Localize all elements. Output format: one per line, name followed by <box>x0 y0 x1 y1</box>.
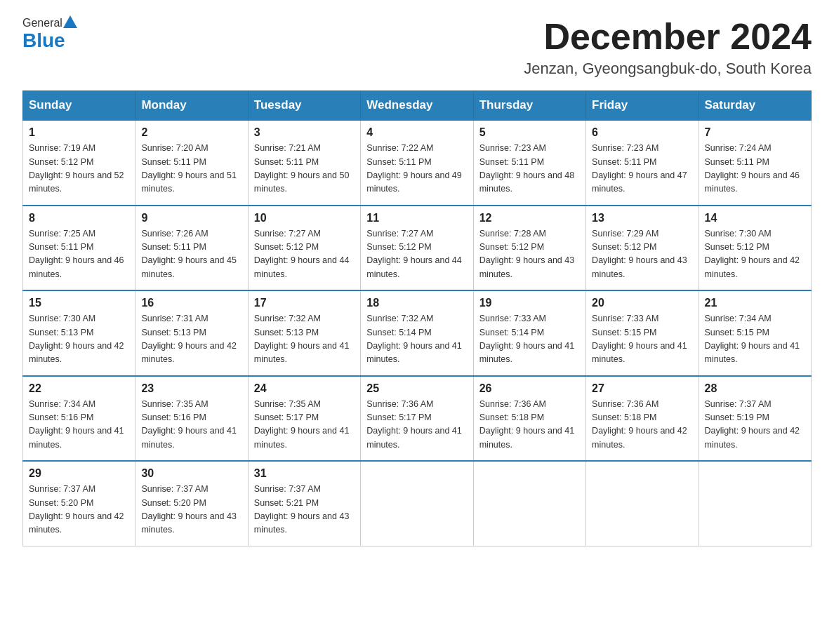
calendar-day-header: Sunday <box>23 91 135 121</box>
calendar-day-cell: 13 Sunrise: 7:29 AMSunset: 5:12 PMDaylig… <box>586 206 699 291</box>
calendar-day-cell: 25 Sunrise: 7:36 AMSunset: 5:17 PMDaylig… <box>361 376 473 462</box>
day-info: Sunrise: 7:36 AMSunset: 5:18 PMDaylight:… <box>592 399 687 450</box>
calendar-day-cell: 10 Sunrise: 7:27 AMSunset: 5:12 PMDaylig… <box>248 206 360 291</box>
calendar-day-cell: 30 Sunrise: 7:37 AMSunset: 5:20 PMDaylig… <box>135 461 248 546</box>
day-info: Sunrise: 7:30 AMSunset: 5:13 PMDaylight:… <box>29 314 124 364</box>
day-number: 9 <box>141 212 241 224</box>
calendar-day-cell: 24 Sunrise: 7:35 AMSunset: 5:17 PMDaylig… <box>248 376 360 462</box>
page-title: December 2024 <box>524 17 812 57</box>
day-number: 23 <box>141 382 241 395</box>
logo: General Blue <box>22 17 79 52</box>
day-info: Sunrise: 7:34 AMSunset: 5:16 PMDaylight:… <box>29 399 124 450</box>
day-number: 5 <box>479 126 580 139</box>
day-info: Sunrise: 7:33 AMSunset: 5:14 PMDaylight:… <box>479 314 575 364</box>
day-info: Sunrise: 7:32 AMSunset: 5:13 PMDaylight:… <box>254 314 350 364</box>
calendar-day-cell: 8 Sunrise: 7:25 AMSunset: 5:11 PMDayligh… <box>23 206 135 291</box>
day-info: Sunrise: 7:34 AMSunset: 5:15 PMDaylight:… <box>705 314 800 364</box>
day-info: Sunrise: 7:27 AMSunset: 5:12 PMDaylight:… <box>254 229 350 279</box>
logo-triangle-icon <box>63 15 77 28</box>
calendar-day-cell: 9 Sunrise: 7:26 AMSunset: 5:11 PMDayligh… <box>135 206 248 291</box>
calendar-day-cell <box>361 461 473 546</box>
calendar-day-cell: 15 Sunrise: 7:30 AMSunset: 5:13 PMDaylig… <box>23 290 135 376</box>
day-number: 8 <box>29 212 129 224</box>
calendar-day-cell: 28 Sunrise: 7:37 AMSunset: 5:19 PMDaylig… <box>699 376 811 462</box>
day-number: 28 <box>705 382 805 395</box>
day-info: Sunrise: 7:31 AMSunset: 5:13 PMDaylight:… <box>141 314 237 364</box>
calendar-day-cell: 23 Sunrise: 7:35 AMSunset: 5:16 PMDaylig… <box>135 376 248 462</box>
calendar-day-cell <box>586 461 699 546</box>
day-info: Sunrise: 7:37 AMSunset: 5:21 PMDaylight:… <box>254 484 350 535</box>
day-info: Sunrise: 7:19 AMSunset: 5:12 PMDaylight:… <box>29 143 124 194</box>
day-info: Sunrise: 7:29 AMSunset: 5:12 PMDaylight:… <box>592 229 687 279</box>
calendar-day-cell: 31 Sunrise: 7:37 AMSunset: 5:21 PMDaylig… <box>248 461 360 546</box>
day-number: 30 <box>141 467 241 480</box>
calendar-day-cell: 5 Sunrise: 7:23 AMSunset: 5:11 PMDayligh… <box>473 120 585 206</box>
calendar-day-cell: 2 Sunrise: 7:20 AMSunset: 5:11 PMDayligh… <box>135 120 248 206</box>
calendar-day-cell: 17 Sunrise: 7:32 AMSunset: 5:13 PMDaylig… <box>248 290 360 376</box>
day-info: Sunrise: 7:25 AMSunset: 5:11 PMDaylight:… <box>29 229 124 279</box>
day-info: Sunrise: 7:35 AMSunset: 5:16 PMDaylight:… <box>141 399 237 450</box>
day-info: Sunrise: 7:21 AMSunset: 5:11 PMDaylight:… <box>254 143 350 194</box>
calendar-day-cell: 14 Sunrise: 7:30 AMSunset: 5:12 PMDaylig… <box>699 206 811 291</box>
calendar-day-cell: 21 Sunrise: 7:34 AMSunset: 5:15 PMDaylig… <box>699 290 811 376</box>
calendar-day-cell <box>473 461 585 546</box>
day-number: 6 <box>592 126 692 139</box>
calendar-day-cell: 1 Sunrise: 7:19 AMSunset: 5:12 PMDayligh… <box>23 120 135 206</box>
day-number: 1 <box>29 126 129 139</box>
calendar-day-cell: 7 Sunrise: 7:24 AMSunset: 5:11 PMDayligh… <box>699 120 811 206</box>
day-number: 14 <box>705 212 805 224</box>
calendar-day-cell: 16 Sunrise: 7:31 AMSunset: 5:13 PMDaylig… <box>135 290 248 376</box>
day-number: 2 <box>141 126 241 139</box>
day-number: 27 <box>592 382 692 395</box>
day-number: 18 <box>366 297 467 309</box>
day-info: Sunrise: 7:30 AMSunset: 5:12 PMDaylight:… <box>705 229 800 279</box>
day-number: 31 <box>254 467 355 480</box>
calendar-week-row: 29 Sunrise: 7:37 AMSunset: 5:20 PMDaylig… <box>23 461 812 546</box>
calendar-day-cell: 3 Sunrise: 7:21 AMSunset: 5:11 PMDayligh… <box>248 120 360 206</box>
day-number: 15 <box>29 297 129 309</box>
day-info: Sunrise: 7:24 AMSunset: 5:11 PMDaylight:… <box>705 143 800 194</box>
calendar-day-cell: 19 Sunrise: 7:33 AMSunset: 5:14 PMDaylig… <box>473 290 585 376</box>
calendar-header-row: SundayMondayTuesdayWednesdayThursdayFrid… <box>23 91 812 121</box>
day-number: 29 <box>29 467 129 480</box>
title-area: December 2024 Jenzan, Gyeongsangbuk-do, … <box>524 17 812 78</box>
day-number: 4 <box>366 126 467 139</box>
day-number: 19 <box>479 297 580 309</box>
day-info: Sunrise: 7:27 AMSunset: 5:12 PMDaylight:… <box>366 229 462 279</box>
day-info: Sunrise: 7:32 AMSunset: 5:14 PMDaylight:… <box>366 314 462 364</box>
calendar-day-cell: 20 Sunrise: 7:33 AMSunset: 5:15 PMDaylig… <box>586 290 699 376</box>
day-info: Sunrise: 7:22 AMSunset: 5:11 PMDaylight:… <box>366 143 462 194</box>
day-number: 10 <box>254 212 355 224</box>
day-number: 21 <box>705 297 805 309</box>
day-info: Sunrise: 7:20 AMSunset: 5:11 PMDaylight:… <box>141 143 237 194</box>
day-number: 26 <box>479 382 580 395</box>
calendar-day-cell <box>699 461 811 546</box>
day-info: Sunrise: 7:37 AMSunset: 5:19 PMDaylight:… <box>705 399 800 450</box>
calendar-day-header: Thursday <box>473 91 585 121</box>
day-info: Sunrise: 7:36 AMSunset: 5:17 PMDaylight:… <box>366 399 462 450</box>
calendar-day-cell: 11 Sunrise: 7:27 AMSunset: 5:12 PMDaylig… <box>361 206 473 291</box>
calendar-day-cell: 12 Sunrise: 7:28 AMSunset: 5:12 PMDaylig… <box>473 206 585 291</box>
calendar-day-cell: 6 Sunrise: 7:23 AMSunset: 5:11 PMDayligh… <box>586 120 699 206</box>
day-number: 24 <box>254 382 355 395</box>
page-subtitle: Jenzan, Gyeongsangbuk-do, South Korea <box>524 60 812 78</box>
day-number: 12 <box>479 212 580 224</box>
calendar-day-header: Monday <box>135 91 248 121</box>
calendar-day-cell: 29 Sunrise: 7:37 AMSunset: 5:20 PMDaylig… <box>23 461 135 546</box>
day-info: Sunrise: 7:37 AMSunset: 5:20 PMDaylight:… <box>29 484 124 535</box>
day-info: Sunrise: 7:35 AMSunset: 5:17 PMDaylight:… <box>254 399 350 450</box>
day-info: Sunrise: 7:37 AMSunset: 5:20 PMDaylight:… <box>141 484 237 535</box>
calendar-day-cell: 18 Sunrise: 7:32 AMSunset: 5:14 PMDaylig… <box>361 290 473 376</box>
day-number: 13 <box>592 212 692 224</box>
day-number: 11 <box>366 212 467 224</box>
calendar-week-row: 8 Sunrise: 7:25 AMSunset: 5:11 PMDayligh… <box>23 206 812 291</box>
calendar-day-header: Tuesday <box>248 91 360 121</box>
calendar-day-cell: 26 Sunrise: 7:36 AMSunset: 5:18 PMDaylig… <box>473 376 585 462</box>
calendar-day-header: Wednesday <box>361 91 473 121</box>
calendar-day-cell: 4 Sunrise: 7:22 AMSunset: 5:11 PMDayligh… <box>361 120 473 206</box>
logo-general-text: General <box>22 17 62 29</box>
day-number: 17 <box>254 297 355 309</box>
calendar-day-header: Saturday <box>699 91 811 121</box>
day-number: 20 <box>592 297 692 309</box>
calendar-body: 1 Sunrise: 7:19 AMSunset: 5:12 PMDayligh… <box>23 120 812 546</box>
